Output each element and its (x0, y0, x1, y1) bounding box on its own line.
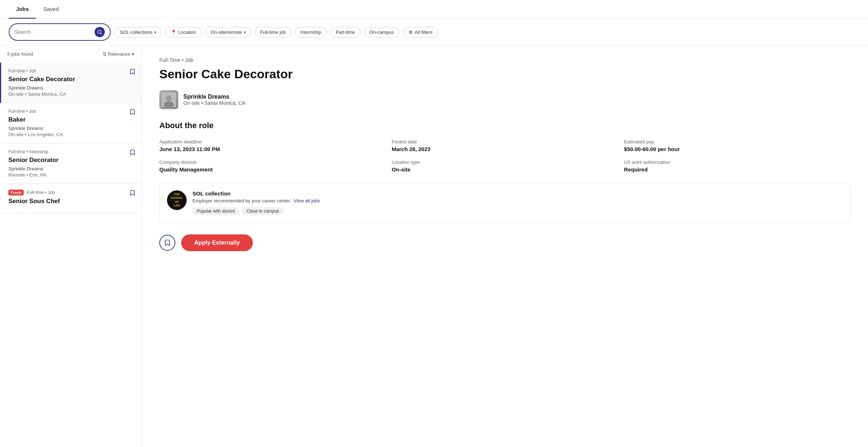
role-field-5: US work authorization Required (624, 159, 851, 173)
apply-externally-button[interactable]: Apply Externally (181, 234, 253, 251)
role-field-1: Posted date March 28, 2023 (392, 139, 618, 152)
job-title-2: Baker (8, 116, 134, 123)
role-field-4: Location type On-site (392, 159, 618, 173)
role-field-value-1: March 28, 2023 (392, 146, 618, 152)
role-field-2: Estimated pay $50.00-60.00 per hour (624, 139, 851, 152)
bookmark-button-1[interactable] (129, 68, 136, 77)
role-grid: Application deadline June 13, 2023 11:00… (159, 139, 851, 173)
on-campus-label: On-campus (370, 29, 394, 35)
detail-title: Senior Cake Decorator (159, 67, 851, 82)
job-company-2: Sprinkle Dreams (8, 126, 134, 131)
apply-bookmark-button[interactable] (159, 235, 175, 251)
pin-icon: 📍 (171, 29, 176, 35)
role-field-label-0: Application deadline (159, 139, 386, 145)
location-label: Location (178, 29, 196, 35)
job-card-4[interactable]: Fresh Full-time • Job Senior Sous Chef (0, 184, 142, 213)
chevron-down-icon: ▾ (154, 30, 156, 34)
filter-all-filters[interactable]: ⚙ All filters (403, 27, 438, 37)
filter-onsite-remote[interactable]: On-site/remote ▾ (205, 27, 251, 37)
company-logo (159, 90, 178, 109)
left-panel: 5 jobs found ⇅ Relevance ▾ Full-time • J… (0, 46, 142, 447)
filter-sol-collections[interactable]: SOL collections ▾ (114, 27, 162, 37)
internship-label: Internship (300, 29, 321, 35)
right-panel: Full-Time • Job Senior Cake Decorator Sp… (142, 46, 868, 447)
role-field-label-5: US work authorization (624, 159, 851, 165)
role-field-3: Company division Quality Management (159, 159, 386, 173)
onsite-remote-label: On-site/remote (211, 29, 242, 35)
search-button[interactable] (95, 27, 105, 37)
chevron-down-icon-2: ▾ (244, 30, 246, 34)
role-field-label-2: Estimated pay (624, 139, 851, 145)
sort-icon: ⇅ (103, 51, 107, 57)
job-card-3[interactable]: Full-time • Internship Senior Decorator … (0, 143, 142, 184)
all-filters-label: All filters (415, 29, 433, 35)
about-role-title: About the role (159, 121, 851, 130)
apply-section: Apply Externally (159, 234, 851, 251)
bookmark-button-4[interactable] (129, 190, 136, 198)
sort-label: Relevance (108, 51, 130, 57)
role-field-label-1: Posted date (392, 139, 618, 145)
svg-line-1 (101, 33, 102, 34)
filter-on-campus[interactable]: On-campus (364, 27, 399, 37)
sort-control[interactable]: ⇅ Relevance ▾ (103, 51, 134, 57)
company-info: Sprinkle Dreams On-site • Santa Monica, … (183, 94, 246, 106)
job-location-3: Remote • Erie, PA (8, 172, 134, 178)
search-input[interactable] (15, 29, 92, 35)
role-field-value-2: $50.00-60.00 per hour (624, 146, 851, 152)
role-field-label-4: Location type (392, 159, 618, 165)
company-sub: On-site • Santa Monica, CA (183, 100, 246, 106)
sol-collections-label: SOL collections (120, 29, 152, 35)
job-location-2: On-site • Los Angeles, CA (8, 132, 134, 137)
results-header: 5 jobs found ⇅ Relevance ▾ (0, 46, 142, 63)
role-field-value-0: June 13, 2023 11:00 PM (159, 146, 386, 152)
detail-type-label: Full-Time • Job (159, 57, 851, 63)
filter-location[interactable]: 📍 Location (165, 27, 202, 37)
job-company-3: Sprinkle Dreams (8, 166, 134, 171)
job-company-1: Sprinkle Dreams (8, 85, 134, 91)
svg-point-3 (166, 95, 172, 101)
job-title-3: Senior Decorator (8, 157, 134, 164)
role-field-value-5: Required (624, 166, 851, 173)
tab-jobs[interactable]: Jobs (9, 0, 36, 19)
filter-fulltime-job[interactable]: Full-time job (255, 27, 291, 37)
job-type-2: Full-time • Job (8, 109, 134, 114)
sol-tag-1: Close to campus (242, 207, 283, 215)
sort-chevron-icon: ▾ (132, 51, 134, 57)
sol-subtitle-text: Employer recommended by your career cent… (192, 198, 291, 203)
job-type-1: Full-time • Job (8, 68, 134, 74)
role-field-label-3: Company division (159, 159, 386, 165)
role-field-value-4: On-site (392, 166, 618, 173)
fresh-badge: Fresh (8, 190, 24, 195)
filter-internship[interactable]: Internship (295, 27, 327, 37)
part-time-label: Part-time (336, 29, 355, 35)
job-location-1: On-site • Santa Monica, CA (8, 91, 134, 97)
company-row: Sprinkle Dreams On-site • Santa Monica, … (159, 90, 851, 109)
sol-title: SOL collection (192, 190, 320, 197)
results-count: 5 jobs found (7, 51, 33, 57)
filter-icon: ⚙ (409, 29, 413, 35)
view-all-jobs-link[interactable]: View all jobs (294, 198, 320, 203)
main-layout: 5 jobs found ⇅ Relevance ▾ Full-time • J… (0, 46, 868, 447)
sol-logo: THESCHOOLOFLIFE (167, 190, 187, 210)
bookmark-button-2[interactable] (129, 109, 136, 117)
filter-part-time[interactable]: Part-time (330, 27, 361, 37)
search-box[interactable] (9, 23, 111, 41)
bookmark-button-3[interactable] (129, 149, 136, 158)
filter-bar: SOL collections ▾ 📍 Location On-site/rem… (0, 19, 868, 46)
nav-tabs: Jobs Saved (9, 0, 66, 19)
role-field-0: Application deadline June 13, 2023 11:00… (159, 139, 386, 152)
job-card-1[interactable]: Full-time • Job Senior Cake Decorator Sp… (0, 63, 142, 103)
sol-info: SOL collection Employer recommended by y… (192, 190, 320, 215)
sol-tags: Popular with alumni Close to campus (192, 207, 320, 215)
sol-subtitle: Employer recommended by your career cent… (192, 198, 320, 203)
sol-tag-0: Popular with alumni (192, 207, 239, 215)
job-card-2[interactable]: Full-time • Job Baker Sprinkle Dreams On… (0, 103, 142, 143)
sol-card: THESCHOOLOFLIFE SOL collection Employer … (159, 183, 851, 223)
job-title-1: Senior Cake Decorator (8, 76, 134, 83)
fulltime-job-label: Full-time job (260, 29, 286, 35)
top-nav: Jobs Saved (0, 0, 868, 19)
tab-saved[interactable]: Saved (36, 0, 66, 19)
role-field-value-3: Quality Management (159, 166, 386, 173)
company-name: Sprinkle Dreams (183, 94, 246, 100)
job-type-4: Fresh Full-time • Job (8, 190, 134, 195)
